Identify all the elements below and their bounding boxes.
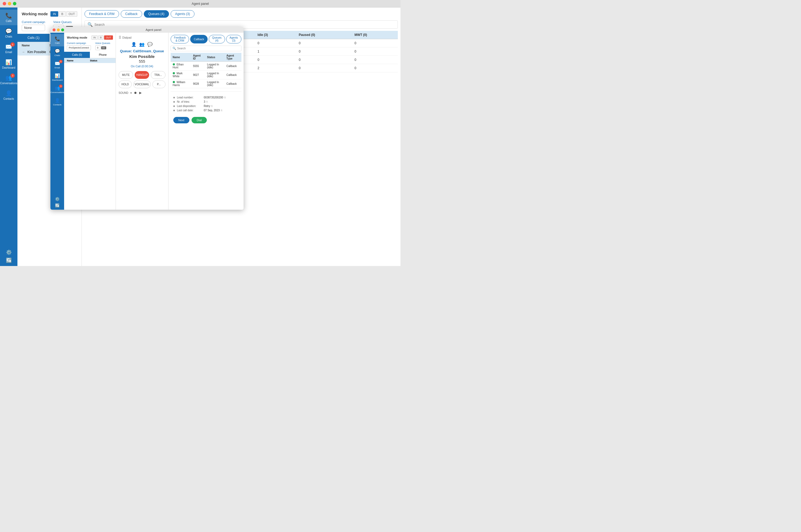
float-dashboard-label: Dashboard (52, 79, 62, 81)
mode-in-button[interactable]: IN (51, 11, 58, 17)
agent-status-dot-1 (173, 72, 175, 74)
copy-disposition-icon[interactable]: ⎘ (211, 104, 213, 108)
park-button[interactable]: P... (152, 80, 166, 88)
mode-out-button[interactable]: OUT (66, 11, 77, 17)
float-campaign-value: ProSpectoConnect (67, 45, 91, 50)
hold-button[interactable]: HOLD (118, 80, 132, 88)
float-campaign-block: Current campaign ProSpectoConnect (67, 42, 91, 50)
float-phone-tab[interactable]: Phone (90, 52, 116, 58)
tab-agents[interactable]: Agents (3) (171, 10, 194, 18)
queue-idle-0: 0 (254, 39, 296, 48)
minimize-button[interactable] (8, 2, 11, 5)
working-mode-label: Working mode (22, 12, 48, 16)
queue-paused-0: 0 (296, 39, 351, 48)
copy-tries-icon[interactable]: ⎘ (206, 100, 208, 103)
calls-tab-button[interactable]: Calls (1) (17, 34, 50, 42)
dialpad-dots-icon: ⠿ (118, 35, 121, 40)
settings-icon[interactable]: ⚙️ (6, 249, 12, 255)
agent-type-2: Callback (224, 79, 241, 88)
float-hk-badge: HK (101, 46, 106, 49)
float-tab-queues[interactable]: Queues (4) (209, 35, 225, 43)
float-chats-label: Chats (54, 54, 60, 57)
float-tab-feedback[interactable]: Feedback & CRM (171, 35, 189, 43)
float-search-input[interactable] (177, 47, 240, 50)
float-mode-in[interactable]: IN (92, 35, 98, 40)
copy-lead-number-icon[interactable]: ⎘ (224, 96, 226, 99)
chat-icon[interactable]: 💬 (147, 42, 153, 47)
tab-queues[interactable]: Queues (4) (144, 10, 169, 18)
contact-icon[interactable]: 👤 (131, 42, 136, 47)
float-mode-b[interactable]: B (98, 35, 104, 40)
window-controls[interactable] (3, 2, 16, 5)
last-call-label: Last call date: (177, 109, 204, 112)
float-sidebar-dashboard[interactable]: 📊 Dashboard (51, 71, 64, 83)
float-top-tabs: Feedback & CRM Callback Queues (4) Agent… (171, 35, 241, 43)
agents-th-type: Agent Type (224, 53, 241, 62)
copy-last-call-icon[interactable]: ⎘ (221, 109, 222, 112)
current-campaign-label: Current campaign (22, 20, 45, 24)
sidebar-item-calls[interactable]: 📞 Calls (0, 10, 17, 25)
sidebar-item-contacts[interactable]: 👤 Contacts (0, 88, 17, 103)
lead-info: Lead number: 0038735200200 ⎘ Nr. of trie… (171, 94, 241, 115)
sidebar-label-conversations: Conversations (0, 82, 17, 85)
float-calls-tab[interactable]: Calls (0) (64, 52, 90, 58)
th-paused: Paused (0) (296, 31, 351, 39)
float-table-header: Name Status (64, 58, 116, 63)
agents-th-status: Status (205, 53, 224, 62)
titlebar: Agent panel (0, 0, 400, 7)
mode-b-button[interactable]: B (59, 11, 66, 17)
float-right-panel: Feedback & CRM Callback Queues (4) Agent… (168, 33, 244, 210)
dial-button[interactable]: Dial (191, 117, 207, 124)
agent-name-2: William Harris (171, 79, 191, 88)
float-sidebar-chats[interactable]: 💬 Chats (51, 46, 64, 59)
agent-status-2: Logged In (Idle) (205, 79, 224, 88)
last-call-dot (173, 110, 175, 111)
float-settings-icon[interactable]: ⚙️ (55, 197, 59, 201)
agent-id-2: 9028 (191, 79, 205, 88)
floating-titlebar: Agent panel (51, 27, 244, 33)
float-sidebar-email[interactable]: ✉️ Email 5 (51, 59, 64, 71)
mute-button[interactable]: MUTE (118, 71, 133, 79)
float-sidebar-calls[interactable]: 📞 Calls (51, 34, 64, 46)
sidebar-item-email[interactable]: ✉️ Email 5 (0, 41, 17, 56)
logout-icon[interactable]: ↪️ (6, 258, 12, 263)
disposition-row: Last disposition: Retry ⎘ (173, 104, 239, 108)
calls-icon: 📞 (5, 12, 12, 19)
tab-feedback-crm[interactable]: Feedback & CRM (85, 10, 119, 18)
float-mode-out[interactable]: OUT (104, 35, 113, 40)
voicemail-button[interactable]: VOICEMAIL (133, 80, 150, 88)
float-sidebar-conversations[interactable]: 👥 Conversations 3 (51, 83, 64, 96)
queue-idle-1: 1 (254, 48, 296, 56)
add-contact-icon[interactable]: 👥 (139, 42, 145, 47)
tries-label: Nr. of tries: (177, 100, 204, 103)
close-button[interactable] (3, 2, 6, 5)
float-logout-icon[interactable]: ↪️ (55, 203, 59, 208)
float-tab-callback[interactable]: Callback (190, 35, 207, 43)
transfer-button[interactable]: TRA... (151, 71, 165, 79)
dialpad-label: ⠿ Dialpad (118, 35, 131, 40)
sound-play-icon[interactable]: ⏺ (134, 91, 137, 95)
floating-close-button[interactable] (53, 28, 56, 31)
sidebar-item-dashboard[interactable]: 📊 Dashboard (0, 56, 17, 72)
sound-stop-icon[interactable]: ▶ (139, 91, 142, 95)
hangup-button[interactable]: HANGUP (135, 71, 149, 79)
floating-body: 📞 Calls 💬 Chats ✉️ Email 5 📊 Dashboard 👥… (51, 33, 244, 210)
next-button[interactable]: Next (173, 117, 190, 124)
sidebar-item-conversations[interactable]: 👥 Conversations 3 (0, 72, 17, 88)
th-idle: Idle (3) (254, 31, 296, 39)
search-input[interactable] (94, 23, 395, 26)
float-tab-agents[interactable]: Agents (3) (226, 35, 241, 43)
maximize-button[interactable] (13, 2, 16, 5)
queue-paused-1: 0 (296, 48, 351, 56)
queue-idle-3: 2 (254, 64, 296, 72)
floating-agent-panel: Agent panel 📞 Calls 💬 Chats ✉️ Email 5 📊… (51, 27, 244, 210)
sidebar-item-chats[interactable]: 💬 Chats (0, 25, 17, 41)
sidebar-label-calls: Calls (6, 20, 12, 22)
floating-minimize-button[interactable] (57, 28, 60, 31)
tab-callback[interactable]: Callback (121, 10, 142, 18)
float-sidebar-contacts[interactable]: 👤 Contacts (51, 96, 64, 108)
agent-status-dot-0 (173, 63, 175, 65)
floating-maximize-button[interactable] (61, 28, 64, 31)
float-call-panel: Working mode IN B OUT Current campaign P… (64, 33, 116, 210)
agents-th-id: Agent ID (191, 53, 205, 62)
